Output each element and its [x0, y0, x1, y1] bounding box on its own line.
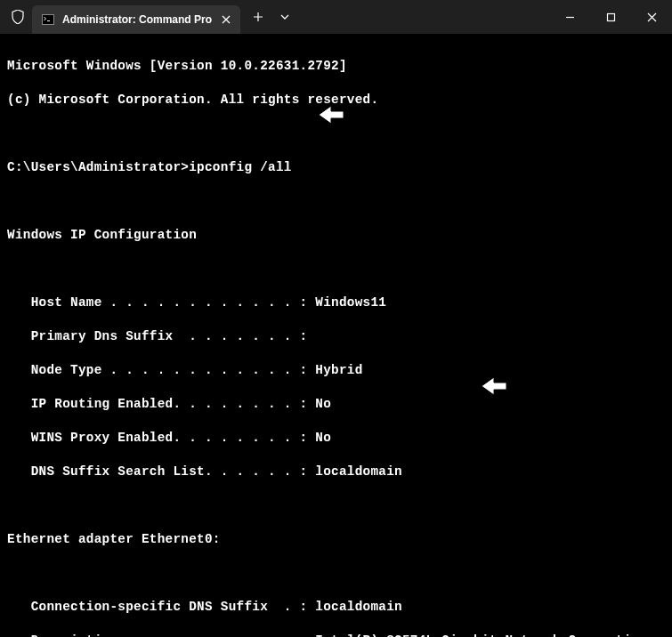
minimize-button[interactable] [549, 0, 590, 34]
wins-proxy: WINS Proxy Enabled. . . . . . . . : No [7, 430, 665, 447]
ip-routing: IP Routing Enabled. . . . . . . . : No [7, 396, 665, 413]
description: Description . . . . . . . . . . . : Inte… [7, 633, 665, 637]
command-text: ipconfig /all [189, 160, 291, 174]
terminal-output[interactable]: Microsoft Windows [Version 10.0.22631.27… [0, 34, 672, 637]
tab-title: Administrator: Command Pro [62, 13, 212, 26]
tab-dropdown-button[interactable] [272, 4, 297, 29]
prompt-line: C:\Users\Administrator>ipconfig /all [7, 159, 665, 176]
maximize-button[interactable] [590, 0, 631, 34]
svg-rect-1 [607, 13, 614, 20]
primary-dns-suffix: Primary Dns Suffix . . . . . . . : [7, 328, 665, 345]
blank [7, 125, 665, 142]
dns-suffix-list: DNS Suffix Search List. . . . . . : loca… [7, 464, 665, 480]
tab-active[interactable]: Administrator: Command Pro [32, 5, 240, 34]
conn-dns: Connection-specific DNS Suffix . : local… [7, 599, 665, 616]
close-button[interactable] [631, 0, 672, 34]
blank [7, 261, 665, 278]
new-tab-button[interactable] [246, 4, 271, 29]
host-name: Host Name . . . . . . . . . . . . : Wind… [7, 294, 665, 311]
blank [7, 193, 665, 210]
svg-rect-0 [43, 15, 54, 25]
node-type: Node Type . . . . . . . . . . . . : Hybr… [7, 362, 665, 379]
window-controls [549, 0, 672, 34]
blank [7, 497, 665, 514]
shield-icon [11, 10, 25, 24]
copyright-line: (c) Microsoft Corporation. All rights re… [7, 92, 665, 109]
prompt-path: C:\Users\Administrator> [7, 160, 189, 174]
titlebar: Administrator: Command Pro [0, 0, 672, 34]
adapter-title: Ethernet adapter Ethernet0: [7, 531, 665, 548]
terminal-icon [41, 12, 55, 27]
blank [7, 565, 665, 582]
tab-close-button[interactable] [219, 12, 233, 27]
version-line: Microsoft Windows [Version 10.0.22631.27… [7, 58, 665, 75]
ipconfig-title: Windows IP Configuration [7, 227, 665, 244]
